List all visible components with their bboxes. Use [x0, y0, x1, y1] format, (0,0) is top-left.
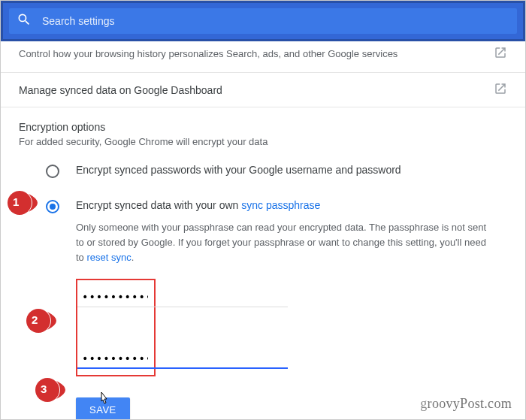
reset-sync-link[interactable]: reset sync	[86, 252, 131, 263]
passphrase-confirm-input[interactable]	[79, 348, 151, 369]
passphrase-field-2-line	[77, 345, 288, 375]
encrypt-with-passphrase-label: Encrypt synced data with your own sync p…	[76, 199, 507, 211]
opt2-desc-prefix: Only someone with your passphrase can re…	[76, 222, 486, 263]
encrypt-with-passphrase-option[interactable]: Encrypt synced data with your own sync p…	[46, 199, 507, 265]
encrypt-with-passphrase-desc: Only someone with your passphrase can re…	[76, 220, 497, 265]
search-icon	[17, 12, 32, 30]
search-container[interactable]	[9, 8, 517, 34]
dashboard-row[interactable]: Manage synced data on Google Dashboard	[1, 73, 525, 107]
radio-checked-icon[interactable]	[46, 200, 59, 213]
opt2-desc-suffix: .	[132, 252, 135, 263]
settings-content: Control how your browsing history person…	[1, 41, 525, 420]
save-button[interactable]: SAVE	[76, 397, 130, 420]
watermark: groovyPost.com	[420, 396, 512, 412]
watermark-g: g	[420, 396, 427, 411]
passphrase-highlight-box	[76, 279, 156, 376]
encrypt-with-google-label: Encrypt synced passwords with your Googl…	[76, 164, 507, 176]
radio-unchecked-icon[interactable]	[46, 165, 59, 178]
passphrase-fields	[1, 279, 525, 390]
dashboard-label: Manage synced data on Google Dashboard	[19, 84, 222, 96]
passphrase-input[interactable]	[79, 286, 151, 307]
search-input[interactable]	[42, 15, 509, 27]
opt2-text-prefix: Encrypt synced data with your own	[76, 199, 241, 211]
external-link-icon	[494, 46, 507, 62]
activity-controls-row[interactable]: Control how your browsing history person…	[1, 41, 525, 73]
encryption-section-header: Encryption options For added security, G…	[1, 107, 525, 147]
watermark-rest: roovyPost.com	[428, 396, 512, 411]
passphrase-field-1-line	[77, 283, 288, 313]
header-search-bar	[1, 1, 525, 41]
encryption-options: Encrypt synced passwords with your Googl…	[1, 147, 525, 279]
encrypt-with-google-option[interactable]: Encrypt synced passwords with your Googl…	[46, 164, 507, 178]
external-link-icon	[494, 82, 507, 98]
activity-controls-desc: Control how your browsing history person…	[19, 48, 398, 59]
encryption-subtitle: For added security, Google Chrome will e…	[19, 136, 507, 147]
sync-passphrase-link[interactable]: sync passphrase	[241, 199, 320, 211]
encryption-title: Encryption options	[19, 121, 507, 136]
